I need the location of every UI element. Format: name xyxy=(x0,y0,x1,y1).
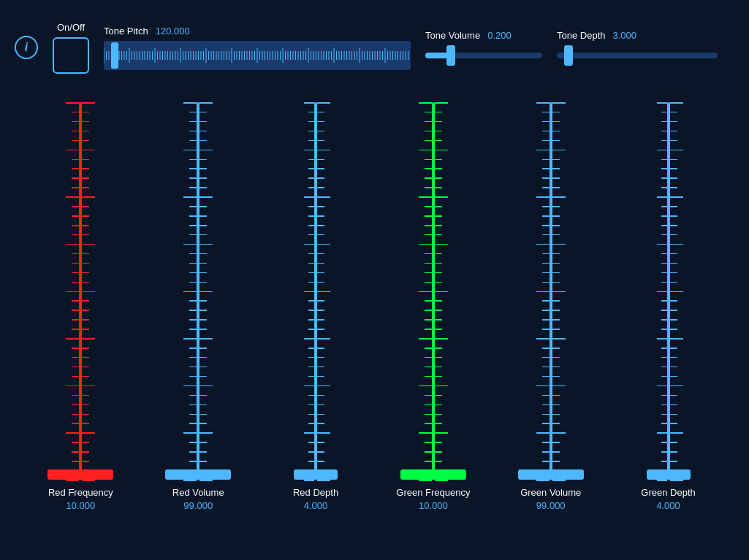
v-slider-thumb-green-depth[interactable] xyxy=(647,469,691,480)
v-slider-red-frequency[interactable] xyxy=(37,102,124,480)
tick xyxy=(435,367,442,368)
tick xyxy=(435,300,442,302)
tick xyxy=(657,291,667,293)
tick xyxy=(542,282,550,283)
tick xyxy=(435,338,448,340)
tick xyxy=(308,404,314,406)
tick xyxy=(304,102,314,104)
tick xyxy=(425,282,432,283)
tick xyxy=(183,102,197,104)
tick xyxy=(670,319,677,321)
tick xyxy=(425,168,432,169)
tick xyxy=(435,395,442,396)
tick xyxy=(552,291,566,293)
tick xyxy=(542,177,550,179)
tick xyxy=(199,272,207,274)
tick xyxy=(189,367,197,368)
v-slider-green-depth[interactable] xyxy=(625,102,712,480)
v-slider-thumb-red-volume[interactable] xyxy=(165,469,231,480)
tick xyxy=(183,480,197,481)
tick xyxy=(199,234,207,236)
slider-group-red-depth: Red Depth4.000 xyxy=(272,102,360,518)
tick xyxy=(72,319,79,321)
tick xyxy=(435,168,442,169)
tick xyxy=(317,367,324,368)
tick xyxy=(419,432,432,434)
tick xyxy=(670,187,677,188)
tick xyxy=(308,206,314,207)
tick xyxy=(199,357,207,358)
tick xyxy=(552,367,560,368)
tick xyxy=(657,196,667,198)
tick xyxy=(435,319,442,321)
on-off-toggle[interactable] xyxy=(53,37,89,74)
tick xyxy=(552,215,560,217)
tick xyxy=(670,338,683,340)
tick xyxy=(199,131,207,132)
tone-depth-thumb[interactable] xyxy=(564,45,573,66)
tick xyxy=(82,112,89,113)
slider-group-red-volume: Red Volume99.000 xyxy=(154,102,242,518)
slider-label-green-frequency: Green Frequency xyxy=(396,487,470,498)
tick xyxy=(435,348,442,349)
tick xyxy=(199,329,207,330)
tick xyxy=(670,404,677,406)
info-icon[interactable]: i xyxy=(15,36,38,59)
v-slider-green-volume[interactable] xyxy=(507,102,595,480)
tick xyxy=(72,451,79,453)
tick xyxy=(552,187,560,188)
v-slider-green-frequency[interactable] xyxy=(389,102,477,480)
v-slider-thumb-red-frequency[interactable] xyxy=(47,469,113,480)
tick xyxy=(82,414,89,415)
tick xyxy=(552,253,560,255)
tick xyxy=(657,338,667,340)
tick xyxy=(661,367,667,368)
tick xyxy=(189,263,197,264)
tone-volume-label: Tone Volume xyxy=(425,30,480,41)
tick xyxy=(82,187,89,188)
tick xyxy=(317,423,324,424)
tick xyxy=(199,376,207,377)
tone-volume-thumb[interactable] xyxy=(446,45,455,66)
v-slider-red-depth[interactable] xyxy=(272,102,360,480)
tone-pitch-group: Tone Pitch 120.000 xyxy=(104,26,411,70)
v-slider-thumb-red-depth[interactable] xyxy=(294,469,338,480)
tick xyxy=(199,367,207,368)
tick xyxy=(657,386,667,387)
tick xyxy=(199,206,207,207)
tone-volume-slider[interactable] xyxy=(425,45,542,66)
tone-pitch-thumb[interactable] xyxy=(111,42,118,69)
tick xyxy=(670,432,683,434)
tick xyxy=(435,310,442,311)
tick xyxy=(435,206,442,207)
tick xyxy=(199,244,213,245)
tick xyxy=(82,348,89,349)
tone-pitch-slider[interactable] xyxy=(104,41,411,70)
tick xyxy=(552,432,566,434)
tone-depth-slider[interactable] xyxy=(557,45,718,66)
tick xyxy=(199,112,207,113)
tick xyxy=(435,291,448,293)
slider-value-red-volume: 99.000 xyxy=(183,500,213,511)
tick xyxy=(308,423,314,424)
tick xyxy=(661,272,667,274)
tick xyxy=(425,215,432,217)
tick xyxy=(189,215,197,217)
tick xyxy=(670,244,683,245)
tick xyxy=(425,329,432,330)
tick xyxy=(317,310,324,311)
v-slider-red-volume[interactable] xyxy=(154,102,242,480)
tick xyxy=(552,376,560,377)
v-slider-thumb-green-frequency[interactable] xyxy=(400,469,466,480)
tick xyxy=(304,244,314,245)
tick xyxy=(552,319,560,321)
tick xyxy=(435,414,442,415)
v-slider-thumb-green-volume[interactable] xyxy=(518,469,584,480)
tick xyxy=(670,348,677,349)
slider-value-green-volume: 99.000 xyxy=(536,500,566,511)
tick xyxy=(435,102,448,104)
tick xyxy=(308,442,314,443)
tick xyxy=(82,461,89,462)
tick xyxy=(542,253,550,255)
tick xyxy=(425,112,432,113)
